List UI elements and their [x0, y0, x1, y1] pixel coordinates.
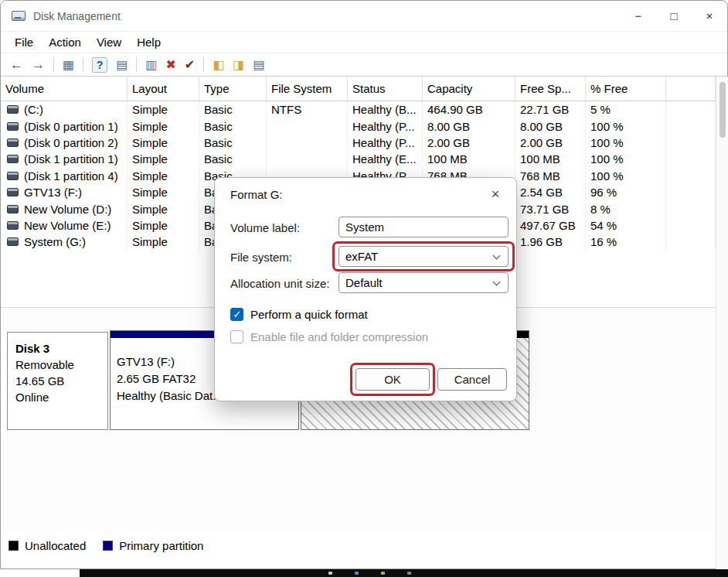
ok-button[interactable]: OK: [355, 368, 430, 391]
console-tree-icon[interactable]: ▦: [63, 59, 74, 71]
file-system-label: File system:: [230, 251, 292, 264]
file-system-select[interactable]: exFAT: [338, 246, 509, 267]
minimize-button[interactable]: −: [621, 1, 656, 31]
forward-icon[interactable]: →: [32, 58, 45, 71]
taskbar-edge: [80, 569, 728, 577]
volume-cell-name: System (G:): [24, 235, 86, 248]
volume-row[interactable]: (Disk 0 partition 2) Simple Basic Health…: [1, 135, 716, 151]
volume-label-input[interactable]: [338, 217, 509, 237]
drive-icon: [7, 105, 19, 114]
quick-format-option[interactable]: Perform a quick format: [230, 308, 368, 321]
maximize-button[interactable]: □: [656, 1, 692, 31]
header-pct-free[interactable]: % Free: [586, 77, 666, 101]
close-button[interactable]: ×: [692, 1, 727, 31]
volume-cell-type: Basic: [199, 118, 267, 134]
volume-cell-type: Basic: [199, 101, 267, 118]
volume-cell-pct: 100 %: [586, 151, 666, 167]
header-layout[interactable]: Layout: [128, 77, 199, 101]
unallocated-swatch: [9, 541, 19, 551]
volume-cell-capacity: 464.90 GB: [423, 101, 515, 118]
volume-cell-name: (Disk 1 partition 4): [24, 169, 118, 183]
header-file-system[interactable]: File System: [267, 77, 348, 101]
menu-file[interactable]: File: [7, 33, 41, 51]
drive-icon: [7, 122, 19, 131]
volume-row[interactable]: (Disk 0 partition 1) Simple Basic Health…: [1, 118, 716, 134]
quick-format-checkbox[interactable]: [230, 308, 243, 321]
volume-cell-status: Healthy (E...: [348, 151, 423, 167]
export-list-icon[interactable]: ▤: [116, 59, 128, 71]
menu-help[interactable]: Help: [129, 33, 168, 51]
volume-cell-status: Healthy (B...: [348, 101, 423, 118]
allocation-unit-select[interactable]: Default: [338, 272, 509, 293]
volume-cell-capacity: 2.00 GB: [423, 135, 515, 151]
disk-name: Disk 3: [15, 340, 107, 357]
volume-cell-layout: Simple: [128, 101, 199, 118]
volume-cell-pct: 100 %: [586, 168, 666, 184]
volume-cell-free: 1.96 GB: [515, 234, 586, 250]
volume-cell-filler: [666, 168, 716, 184]
open-explorer-icon[interactable]: ◨: [233, 59, 244, 71]
properties-icon[interactable]: ▥: [145, 59, 157, 71]
taskbar-strip: [0, 569, 728, 577]
toolbar-separator: [83, 57, 83, 72]
volume-cell-free: 2.00 GB: [515, 135, 586, 151]
volume-cell-layout: Simple: [128, 200, 199, 217]
header-filler: [666, 77, 716, 101]
volume-cell-free: 22.71 GB: [515, 101, 586, 118]
taskbar-icon-peek: [407, 572, 411, 575]
volume-cell-filler: [666, 184, 716, 200]
volume-cell-free: 497.67 GB: [515, 217, 586, 234]
volume-cell-pct: 16 %: [586, 234, 666, 250]
scrollbar-thumb[interactable]: [719, 82, 726, 138]
menubar: File Action View Help: [1, 32, 727, 53]
header-free-space[interactable]: Free Sp...: [515, 77, 586, 101]
drive-icon: [7, 172, 19, 180]
volume-cell-free: 8.00 GB: [515, 118, 586, 134]
columns-icon[interactable]: ▤: [253, 59, 264, 71]
volume-cell-name: (C:): [24, 103, 43, 116]
titlebar: Disk Management − □ ×: [1, 1, 727, 32]
header-type[interactable]: Type: [199, 77, 267, 101]
header-status[interactable]: Status: [348, 77, 423, 101]
back-icon[interactable]: ←: [10, 58, 23, 71]
menu-view[interactable]: View: [89, 33, 129, 51]
legend-label: Primary partition: [119, 539, 203, 552]
volume-cell-name: New Volume (D:): [24, 203, 111, 216]
disk-size: 14.65 GB: [15, 373, 107, 389]
volume-cell-name: (Disk 1 partition 1): [24, 152, 118, 166]
drive-icon: [7, 188, 19, 196]
volume-cell-pct: 5 %: [586, 101, 666, 118]
header-capacity[interactable]: Capacity: [423, 77, 515, 101]
volume-cell-capacity: 8.00 GB: [423, 118, 515, 134]
compression-option[interactable]: Enable file and folder compression: [230, 330, 428, 343]
volume-cell-filler: [666, 135, 716, 151]
volume-cell-layout: Simple: [128, 135, 199, 151]
change-letter-icon[interactable]: ◧: [213, 59, 224, 71]
volume-cell-layout: Simple: [128, 184, 199, 200]
volume-cell-pct: 100 %: [586, 135, 666, 151]
legend-label: Unallocated: [25, 539, 86, 552]
dialog-close-icon[interactable]: ×: [484, 184, 507, 204]
volume-row[interactable]: (C:) Simple Basic NTFS Healthy (B... 464…: [1, 101, 716, 118]
header-volume[interactable]: Volume: [1, 77, 128, 101]
toolbar: ← → ▦ ? ▤ ▥ ✖ ✔ ◧ ◨ ▤: [1, 53, 727, 77]
volume-cell-pct: 8 %: [586, 200, 666, 217]
help-icon[interactable]: ?: [92, 57, 107, 73]
menu-action[interactable]: Action: [41, 33, 89, 51]
toolbar-separator: [203, 57, 204, 72]
vertical-scrollbar[interactable]: [716, 77, 728, 569]
drive-icon: [7, 138, 19, 147]
cancel-button[interactable]: Cancel: [437, 368, 507, 391]
volume-cell-filler: [666, 118, 716, 134]
volume-row[interactable]: (Disk 1 partition 1) Simple Basic Health…: [1, 151, 716, 167]
mark-active-icon[interactable]: ✔: [185, 59, 195, 71]
dialog-title: Format G:: [230, 188, 283, 201]
volume-cell-name: (Disk 0 partition 2): [24, 136, 118, 149]
volume-cell-fs: [267, 118, 348, 134]
delete-volume-icon[interactable]: ✖: [165, 59, 175, 71]
volume-cell-pct: 96 %: [586, 184, 666, 200]
compression-checkbox[interactable]: [230, 330, 243, 343]
volume-cell-layout: Simple: [128, 217, 199, 234]
volume-cell-layout: Simple: [128, 168, 199, 184]
disk3-label-panel[interactable]: Disk 3 Removable 14.65 GB Online: [7, 332, 108, 430]
